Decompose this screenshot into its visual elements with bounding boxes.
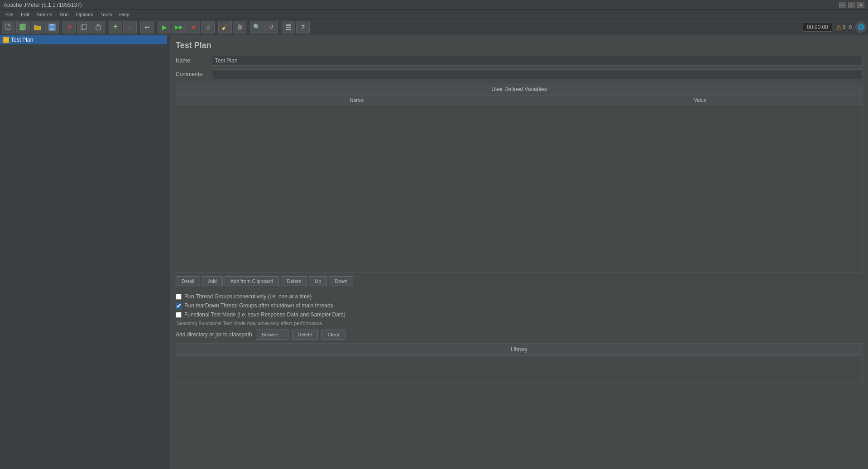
menu-edit[interactable]: Edit — [17, 11, 33, 18]
warning-badge: ⚠ 0 — [836, 24, 845, 31]
checkboxes-section: Run Thread Groups consecutively (i.e. on… — [176, 293, 863, 326]
classpath-section: Add directory or jar to classpath Browse… — [176, 330, 863, 340]
clear-button[interactable]: 🗑 — [233, 21, 246, 34]
svg-rect-11 — [286, 27, 291, 28]
variables-buttons: Detail Add Add from Clipboard Delete Up … — [176, 273, 863, 290]
stop-button[interactable]: ■ — [187, 21, 200, 34]
run-teardown-label: Run tearDown Thread Groups after shutdow… — [184, 302, 333, 309]
menu-file[interactable]: File — [2, 11, 17, 18]
window-title: Apache JMeter (5.1.1 r1855137) — [4, 2, 82, 8]
minimize-button[interactable]: ─ — [839, 2, 846, 8]
library-header: Library — [176, 344, 862, 356]
clear-all-button[interactable]: 🧹 — [218, 21, 232, 34]
copy-button[interactable] — [77, 21, 91, 34]
add-component-button[interactable]: + — [109, 21, 122, 34]
reset-button[interactable]: ↺ — [264, 21, 278, 34]
menu-help[interactable]: Help — [115, 11, 133, 18]
start-no-pauses-button[interactable]: ▶▶ — [172, 21, 186, 34]
comments-label: Comments: — [176, 71, 212, 77]
language-button[interactable]: 🌐 — [855, 22, 866, 33]
cut-button[interactable]: ✕ — [62, 21, 76, 34]
title-bar: Apache JMeter (5.1.1 r1855137) ─ □ ✕ — [0, 0, 868, 10]
right-panel: Test Plan Name: Comments: User Defined V… — [170, 35, 868, 469]
add-from-clipboard-button[interactable]: Add from Clipboard — [225, 276, 279, 286]
comments-input[interactable] — [212, 69, 863, 79]
search-toolbar-button[interactable]: 🔍 — [250, 21, 264, 34]
test-plan-icon: A — [3, 37, 9, 43]
run-thread-groups-label: Run Thread Groups consecutively (i.e. on… — [184, 293, 312, 300]
templates-button[interactable] — [16, 21, 30, 34]
functional-mode-warning: Selecting Functional Test Mode may adver… — [177, 321, 863, 326]
variables-empty-area — [180, 107, 858, 270]
svg-rect-9 — [97, 24, 99, 26]
library-empty-area — [176, 356, 862, 383]
detail-button[interactable]: Detail — [176, 276, 200, 286]
browse-button[interactable]: Browse... — [256, 330, 288, 340]
shutdown-button[interactable]: ◎ — [201, 21, 215, 34]
collapse-button[interactable] — [282, 21, 295, 34]
add-variable-button[interactable]: Add — [202, 276, 223, 286]
restore-button[interactable]: □ — [848, 2, 855, 8]
left-panel: A Test Plan — [0, 35, 168, 469]
run-thread-groups-checkbox[interactable] — [176, 294, 182, 300]
remove-button[interactable]: — — [123, 21, 137, 34]
clear-classpath-button[interactable]: Clear — [321, 330, 345, 340]
name-label: Name: — [176, 57, 212, 64]
error-count: 0 — [849, 24, 852, 30]
new-button[interactable] — [2, 21, 15, 34]
comments-field-row: Comments: — [176, 69, 863, 79]
variables-header: User Defined Variables — [176, 83, 862, 96]
menu-tools[interactable]: Tools — [97, 11, 116, 18]
functional-test-mode-label: Functional Test Mode (i.e. save Response… — [184, 311, 345, 318]
title-bar-controls: ─ □ ✕ — [839, 2, 864, 8]
classpath-row: Add directory or jar to classpath Browse… — [176, 330, 863, 340]
name-input[interactable] — [212, 56, 863, 66]
close-button[interactable]: ✕ — [857, 2, 864, 8]
svg-rect-5 — [50, 28, 54, 30]
svg-rect-10 — [286, 24, 291, 26]
tree-item-label: Test Plan — [11, 37, 33, 43]
menu-run[interactable]: Run — [56, 11, 72, 18]
run-teardown-row: Run tearDown Thread Groups after shutdow… — [176, 302, 863, 309]
name-column-header: Name: — [176, 96, 538, 105]
run-teardown-checkbox[interactable] — [176, 303, 182, 309]
warning-icon: ⚠ — [836, 24, 842, 31]
tree-item-test-plan[interactable]: A Test Plan — [0, 35, 167, 44]
name-field-row: Name: — [176, 56, 863, 66]
svg-rect-2 — [21, 24, 26, 29]
timer-display: 00:00:00 — [803, 23, 832, 32]
delete-classpath-button[interactable]: Delete — [292, 330, 318, 340]
toolbar: ✕ + — ↩ ▶ ▶▶ ■ ◎ 🧹 🗑 🔍 ↺ — [0, 19, 868, 35]
menu-options[interactable]: Options — [72, 11, 97, 18]
undo-button[interactable]: ↩ — [140, 21, 154, 34]
open-button[interactable] — [31, 21, 44, 34]
up-button[interactable]: Up — [309, 276, 327, 286]
run-button[interactable]: ▶ — [158, 21, 171, 34]
svg-rect-0 — [6, 24, 10, 29]
delete-variable-button[interactable]: Delete — [281, 276, 307, 286]
library-section: Library — [176, 343, 863, 383]
panel-title: Test Plan — [176, 41, 863, 50]
functional-mode-row: Functional Test Mode (i.e. save Response… — [176, 311, 863, 318]
value-column-header: Value — [538, 96, 862, 105]
toolbar-right: 00:00:00 ⚠ 0 0 🌐 — [803, 22, 866, 33]
help-toolbar-button[interactable]: ? — [296, 21, 310, 34]
menu-bar: File Edit Search Run Options Tools Help — [0, 10, 868, 19]
error-badge: 0 — [849, 24, 852, 30]
run-thread-groups-row: Run Thread Groups consecutively (i.e. on… — [176, 293, 863, 300]
classpath-label: Add directory or jar to classpath — [176, 331, 252, 338]
save-button[interactable] — [45, 21, 59, 34]
svg-rect-7 — [82, 24, 86, 29]
menu-search[interactable]: Search — [33, 11, 56, 18]
warning-count: 0 — [843, 24, 845, 30]
paste-button[interactable] — [91, 21, 105, 34]
functional-test-mode-checkbox[interactable] — [176, 312, 182, 318]
main-layout: A Test Plan Test Plan Name: Comments: Us… — [0, 35, 868, 469]
svg-rect-4 — [50, 24, 54, 26]
variables-table: Name: Value — [176, 96, 862, 272]
down-button[interactable]: Down — [329, 276, 353, 286]
variables-section: User Defined Variables Name: Value — [176, 83, 863, 273]
svg-rect-12 — [286, 29, 291, 30]
